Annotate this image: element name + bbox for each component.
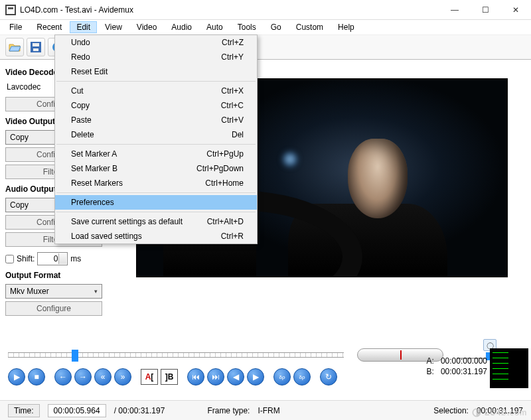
a-label: A:	[427, 356, 434, 366]
menu-recent[interactable]: Recent	[30, 21, 68, 33]
menu-item-paste[interactable]: PasteCtrl+V	[55, 113, 257, 127]
selection-label: Selection:	[433, 406, 469, 415]
menu-item-preferences[interactable]: Preferences	[55, 195, 257, 210]
menu-tools[interactable]: Tools	[231, 21, 263, 33]
menubar: File Recent Edit View Video Audio Auto T…	[0, 20, 531, 35]
menu-go[interactable]: Go	[264, 21, 288, 33]
app-icon	[5, 5, 16, 15]
menu-auto[interactable]: Auto	[200, 21, 230, 33]
prev-black-icon: δρ	[279, 374, 285, 380]
edit-menu-dropdown: UndoCtrl+Z RedoCtrl+Y Reset Edit CutCtrl…	[54, 35, 258, 244]
output-format-configure-button[interactable]: Configure	[5, 301, 102, 316]
menu-item-reset-markers[interactable]: Reset MarkersCtrl+Home	[55, 176, 257, 190]
next-key-icon: »	[121, 372, 125, 382]
maximize-button[interactable]: ☐	[470, 0, 500, 20]
menu-audio[interactable]: Audio	[165, 21, 198, 33]
next-black-button[interactable]: δρ	[293, 368, 311, 385]
play-button[interactable]: ▶	[8, 368, 25, 385]
frame-type-label: Frame type:	[207, 406, 250, 415]
set-marker-a-button[interactable]: A[	[141, 369, 158, 385]
play-icon: ▶	[14, 372, 20, 382]
prev-key-icon: «	[101, 372, 106, 382]
loop-button[interactable]: ↻	[320, 368, 337, 385]
floppy-icon	[31, 42, 41, 52]
output-format-select[interactable]: Mkv Muxer▾	[5, 284, 102, 299]
goto-marker-b-button[interactable]: ⏭	[207, 368, 224, 385]
output-format-label: Output Format	[5, 271, 108, 280]
menu-item-set-marker-b[interactable]: Set Marker BCtrl+PgDown	[55, 161, 257, 176]
b-timecode: 00:00:31.197	[441, 367, 487, 376]
timeline-playhead[interactable]	[72, 350, 78, 362]
timeline-track[interactable]	[8, 352, 344, 358]
svg-rect-2	[8, 7, 13, 9]
a-timecode: 00:00:00.000	[441, 356, 487, 366]
svg-rect-5	[33, 48, 38, 51]
next-black-icon: δρ	[299, 374, 305, 380]
shift-value: 0	[54, 254, 58, 263]
svg-rect-1	[7, 6, 15, 14]
output-format-value: Mkv Muxer	[10, 287, 49, 296]
prev-keyframe-button[interactable]: «	[94, 368, 112, 385]
minimize-button[interactable]: —	[439, 0, 470, 20]
menu-item-cut[interactable]: CutCtrl+X	[55, 84, 257, 98]
video-output-value: Copy	[10, 133, 29, 142]
shift-label: Shift:	[17, 254, 35, 263]
set-marker-b-button[interactable]: ]B	[161, 369, 178, 385]
shift-spinbox[interactable]: 0	[37, 252, 68, 265]
selection-value: 00:00:31.197	[477, 406, 523, 415]
window-title: LO4D.com - Test.avi - Avidemux	[20, 5, 439, 15]
next-icon: →	[79, 372, 87, 382]
goto-a-icon: ⏮	[192, 372, 200, 382]
menu-video[interactable]: Video	[130, 21, 163, 33]
prev-cut-button[interactable]: ◀	[227, 368, 244, 385]
shift-checkbox[interactable]	[5, 255, 14, 263]
chevron-down-icon: ▾	[94, 288, 98, 295]
next-cut-button[interactable]: ▶	[247, 368, 264, 385]
menu-edit[interactable]: Edit	[70, 21, 97, 33]
menu-help[interactable]: Help	[331, 21, 361, 33]
menu-item-set-marker-a[interactable]: Set Marker ACtrl+PgUp	[55, 147, 257, 161]
save-file-button[interactable]	[27, 38, 45, 56]
menu-item-load-saved[interactable]: Load saved settingsCtrl+R	[55, 229, 257, 244]
status-bar: Time: 00:00:05.964 / 00:00:31.197 Frame …	[0, 400, 531, 420]
goto-b-icon: ⏭	[212, 372, 220, 382]
prev-black-button[interactable]: δρ	[273, 368, 291, 385]
time-label: Time:	[8, 404, 40, 417]
svg-rect-4	[33, 43, 39, 46]
titlebar: LO4D.com - Test.avi - Avidemux — ☐ ✕	[0, 0, 531, 20]
menu-view[interactable]: View	[98, 21, 129, 33]
prev-frame-button[interactable]: ←	[54, 368, 72, 385]
time-value[interactable]: 00:00:05.964	[48, 404, 106, 417]
loop-icon: ↻	[325, 372, 332, 382]
audio-output-value: Copy	[10, 200, 29, 210]
menu-item-undo[interactable]: UndoCtrl+Z	[55, 35, 257, 50]
close-button[interactable]: ✕	[500, 0, 531, 20]
folder-open-icon	[9, 42, 21, 52]
duration: / 00:00:31.197	[114, 406, 165, 415]
frame-type-value: I-FRM	[258, 406, 279, 415]
menu-item-save-default[interactable]: Save current settings as defaultCtrl+Alt…	[55, 214, 257, 229]
audio-thumbnail	[490, 348, 528, 388]
menu-custom[interactable]: Custom	[289, 21, 330, 33]
goto-marker-a-button[interactable]: ⏮	[187, 368, 204, 385]
next-keyframe-button[interactable]: »	[114, 368, 131, 385]
stop-button[interactable]: ■	[28, 368, 45, 385]
menu-item-delete[interactable]: DeleteDel	[55, 127, 257, 142]
menu-item-copy[interactable]: CopyCtrl+C	[55, 98, 257, 113]
open-file-button[interactable]	[5, 38, 24, 56]
menu-file[interactable]: File	[3, 21, 29, 33]
stop-icon: ■	[34, 372, 38, 382]
menu-item-redo[interactable]: RedoCtrl+Y	[55, 50, 257, 64]
next-cut-icon: ▶	[253, 372, 259, 382]
ab-timecodes: A:00:00:00.000 B:00:00:31.197	[427, 355, 487, 376]
b-label: B:	[427, 367, 434, 376]
menu-item-reset-edit[interactable]: Reset Edit	[55, 64, 257, 79]
prev-cut-icon: ◀	[233, 372, 239, 382]
shift-unit: ms	[70, 254, 81, 263]
next-frame-button[interactable]: →	[74, 368, 92, 385]
prev-icon: ←	[59, 372, 67, 382]
